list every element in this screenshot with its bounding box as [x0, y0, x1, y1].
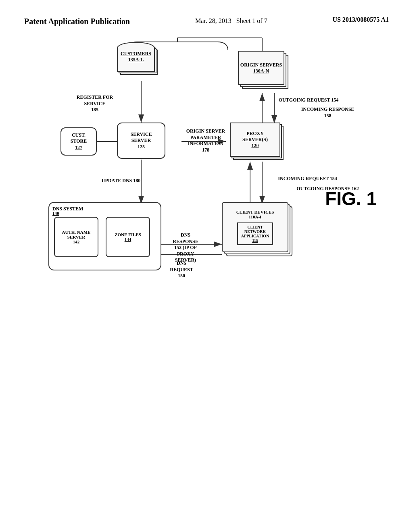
header-right: US 2013/0080575 A1	[332, 16, 389, 23]
service-server-box: SERVICESERVER125	[117, 123, 165, 159]
origin-servers-box: ORIGIN SERVERS130A-N	[238, 51, 290, 91]
dns-response-label: DNSRESPONSE152 (IP OFPROXYSERVER)	[157, 232, 214, 264]
fig-label: FIG. 1	[325, 188, 377, 210]
incoming-request-label: INCOMING REQUEST 154	[274, 176, 341, 182]
dns-system-box: DNS SYSTEM 140 AUTH. NAMESERVER142 ZONE …	[48, 202, 161, 270]
diagram-area: CUSTOMERS135A-L ORIGIN SERVERS130A-N SER…	[24, 35, 389, 498]
client-devices-box: CLIENT DEVICES110A-I CLIENTNETWORKAPPLIC…	[222, 202, 296, 260]
customers-box: CUSTOMERS135A-L	[117, 42, 161, 78]
outgoing-request-top-label: OUTGOING REQUEST 154	[274, 97, 343, 104]
header: Patent Application Publication Mar. 28, …	[24, 16, 389, 27]
register-label: REGISTER FOR SERVICE185	[69, 94, 121, 113]
cust-store-box: CUST.STORE127	[60, 127, 97, 156]
header-center: Mar. 28, 2013 Sheet 1 of 7	[195, 16, 267, 26]
origin-param-label: ORIGIN SERVERPARAMETERINFORMATION178	[184, 128, 228, 153]
proxy-servers-box: PROXYSERVER(S)120	[230, 123, 286, 163]
page: Patent Application Publication Mar. 28, …	[0, 0, 413, 532]
incoming-response-label: INCOMING RESPONSE158	[294, 106, 361, 119]
header-left: Patent Application Publication	[24, 16, 130, 27]
dns-request-label: DNSREQUEST150	[157, 260, 206, 279]
update-dns-label: UPDATE DNS 180	[95, 178, 147, 184]
